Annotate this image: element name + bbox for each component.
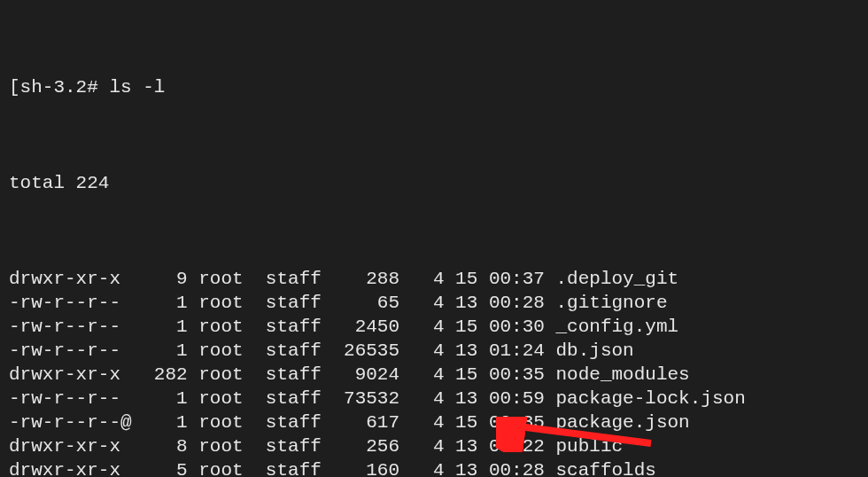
listing-row: -rw-r--r-- 1 root staff 65 4 13 00:28 .g… xyxy=(0,291,868,315)
listing-row: -rw-r--r-- 1 root staff 2450 4 15 00:30 … xyxy=(0,315,868,339)
bracket-open: [ xyxy=(9,77,20,98)
listing-row: drwxr-xr-x 282 root staff 9024 4 15 00:3… xyxy=(0,363,868,387)
prompt: sh-3.2# xyxy=(20,77,98,98)
listing-row: drwxr-xr-x 5 root staff 160 4 13 00:28 s… xyxy=(0,458,868,477)
listing-row: -rw-r--r-- 1 root staff 26535 4 13 01:24… xyxy=(0,339,868,363)
listing-row: -rw-r--r--@ 1 root staff 617 4 15 00:35 … xyxy=(0,411,868,434)
total-line: total 224 xyxy=(0,171,868,195)
terminal-output[interactable]: [sh-3.2# ls -l total 224 drwxr-xr-x 9 ro… xyxy=(0,0,868,477)
listing-row: drwxr-xr-x 8 root staff 256 4 13 01:22 p… xyxy=(0,434,868,458)
prompt-line: [sh-3.2# ls -l xyxy=(0,75,868,99)
listing-row: -rw-r--r-- 1 root staff 73532 4 13 00:59… xyxy=(0,387,868,411)
command-text: ls -l xyxy=(109,77,165,98)
listing-row: drwxr-xr-x 9 root staff 288 4 15 00:37 .… xyxy=(0,267,868,291)
